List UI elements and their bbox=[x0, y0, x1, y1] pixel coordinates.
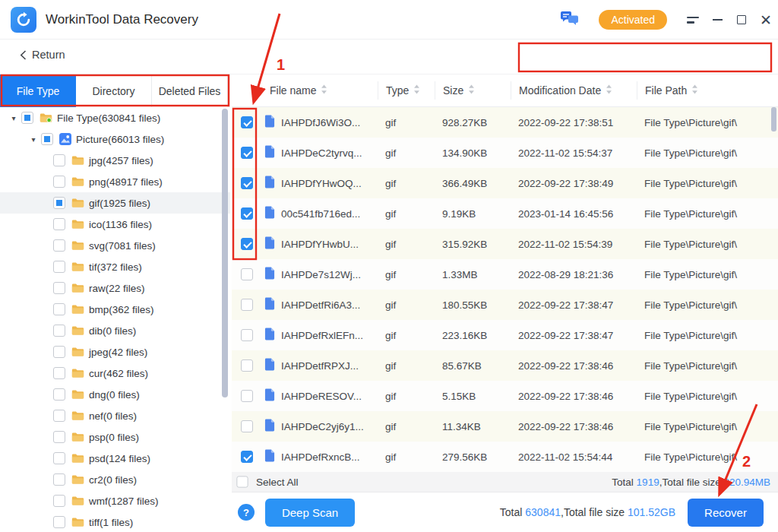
file-checkbox[interactable] bbox=[241, 299, 253, 311]
tree-item[interactable]: tiff(1 files) bbox=[0, 511, 230, 532]
file-checkbox[interactable] bbox=[241, 147, 253, 159]
tree-checkbox[interactable] bbox=[53, 239, 65, 252]
tree-item[interactable]: bmp(362 files) bbox=[0, 299, 230, 320]
tree-item[interactable]: wmf(1287 files) bbox=[0, 490, 230, 511]
tab-file-type[interactable]: File Type bbox=[0, 74, 76, 107]
table-row[interactable]: IAHPDeC2tyrvq...gif134.90KB2022-11-02 15… bbox=[232, 138, 778, 168]
file-checkbox[interactable] bbox=[241, 177, 253, 189]
folder-icon bbox=[71, 517, 84, 527]
table-row[interactable]: IAHPDe7s12Wj...gif1.33MB2022-08-29 18:21… bbox=[232, 259, 778, 290]
file-checkbox[interactable] bbox=[241, 207, 253, 220]
table-row[interactable]: IAHPDeC2yj6y1...gif11.34KB2022-09-22 17:… bbox=[232, 411, 778, 442]
tree-item[interactable]: cr2(0 files) bbox=[0, 469, 230, 490]
table-row[interactable]: IAHPDfYHwbU...gif315.92KB2022-11-02 15:5… bbox=[232, 229, 778, 259]
sort-icon[interactable] bbox=[321, 84, 327, 97]
file-checkbox[interactable] bbox=[241, 359, 253, 372]
table-row[interactable]: 00c541fb716ed...gif9.19KB2023-01-14 16:4… bbox=[232, 198, 778, 229]
file-checkbox[interactable] bbox=[241, 238, 253, 250]
app-title: WorkinTool Data Recovery bbox=[46, 12, 198, 27]
table-row[interactable]: IAHPDetfRi6A3...gif180.55KB2022-09-22 17… bbox=[232, 290, 778, 320]
tree-item[interactable]: psp(0 files) bbox=[0, 426, 230, 448]
tree-item[interactable]: ico(1136 files) bbox=[0, 214, 230, 235]
tree-checkbox[interactable] bbox=[53, 176, 65, 188]
file-checkbox[interactable] bbox=[241, 390, 253, 402]
table-row[interactable]: IAHPDeRESOV...gif5.15KB2022-09-22 17:38:… bbox=[232, 381, 778, 411]
tree-checkbox[interactable] bbox=[53, 282, 65, 294]
file-checkbox[interactable] bbox=[241, 116, 253, 128]
tree-checkbox[interactable] bbox=[53, 495, 65, 507]
tree-checkbox[interactable] bbox=[53, 346, 65, 358]
tree-item[interactable]: dib(0 files) bbox=[0, 320, 230, 341]
help-icon[interactable]: ? bbox=[238, 504, 255, 521]
return-button[interactable]: Return bbox=[20, 49, 65, 61]
tree-checkbox[interactable] bbox=[53, 473, 65, 486]
file-checkbox[interactable] bbox=[241, 268, 253, 280]
tree-checkbox[interactable] bbox=[53, 197, 65, 209]
table-row[interactable]: IAHPDefRxlEFn...gif223.16KB2022-09-22 17… bbox=[232, 320, 778, 350]
activated-badge[interactable]: Activated bbox=[599, 10, 667, 30]
tree-checkbox[interactable] bbox=[53, 388, 65, 401]
tree-item[interactable]: raw(22 files) bbox=[0, 277, 230, 299]
tree-item[interactable]: nef(0 files) bbox=[0, 405, 230, 426]
tree-checkbox[interactable] bbox=[53, 452, 65, 464]
file-icon bbox=[264, 115, 275, 130]
file-date: 2022-09-22 17:38:47 bbox=[511, 299, 637, 311]
recover-button[interactable]: Recover bbox=[688, 499, 764, 527]
menu-button[interactable] bbox=[681, 0, 705, 40]
tree-item[interactable]: jpeg(42 files) bbox=[0, 341, 230, 363]
maximize-button[interactable] bbox=[729, 0, 754, 40]
tree-item[interactable]: dng(0 files) bbox=[0, 384, 230, 405]
file-path: File Type\Picture\gif\ bbox=[637, 239, 778, 250]
tree-item[interactable]: png(48917 files) bbox=[0, 171, 230, 192]
grand-total-size: 101.52GB bbox=[628, 506, 675, 518]
column-header-size[interactable]: Size bbox=[435, 81, 511, 100]
table-scrollbar[interactable] bbox=[771, 107, 776, 131]
file-checkbox[interactable] bbox=[241, 329, 253, 341]
file-checkbox[interactable] bbox=[241, 451, 253, 463]
tab-directory[interactable]: Directory bbox=[76, 74, 152, 107]
sort-icon[interactable] bbox=[468, 84, 475, 97]
sidebar-scrollbar[interactable] bbox=[222, 109, 228, 397]
column-header-file-path[interactable]: File Path bbox=[637, 81, 778, 100]
folder-icon bbox=[71, 219, 84, 230]
table-row[interactable]: IAHPDetfRPXJ...gif85.67KB2022-09-22 17:3… bbox=[232, 350, 778, 381]
tree-item[interactable]: ▾File Type(630841 files) bbox=[0, 107, 230, 128]
tree-checkbox[interactable] bbox=[53, 261, 65, 273]
file-checkbox[interactable] bbox=[241, 420, 253, 432]
tree-item[interactable]: cur(462 files) bbox=[0, 363, 230, 384]
tab-deleted-files[interactable]: Deleted Files bbox=[152, 74, 228, 107]
table-row[interactable]: IAHPDefRxncB...gif279.56KB2022-11-02 15:… bbox=[232, 442, 778, 472]
tree-checkbox[interactable] bbox=[21, 112, 33, 124]
tree-item[interactable]: psd(124 files) bbox=[0, 448, 230, 469]
tree-item[interactable]: svg(7081 files) bbox=[0, 235, 230, 256]
tree-checkbox[interactable] bbox=[53, 516, 65, 528]
tree-checkbox[interactable] bbox=[53, 410, 65, 422]
tree-checkbox[interactable] bbox=[53, 431, 65, 443]
sort-icon[interactable] bbox=[691, 84, 698, 97]
minimize-button[interactable] bbox=[705, 0, 729, 40]
file-path: File Type\Picture\gif\ bbox=[637, 360, 778, 372]
tree-checkbox[interactable] bbox=[53, 218, 65, 230]
tree-item[interactable]: jpg(4257 files) bbox=[0, 150, 230, 171]
table-row[interactable]: IAHPDfYHwOQ...gif366.49KB2022-09-22 17:3… bbox=[232, 168, 778, 198]
column-header-type[interactable]: Type bbox=[378, 81, 435, 100]
select-all-checkbox[interactable] bbox=[236, 476, 248, 487]
tree-checkbox[interactable] bbox=[53, 303, 65, 315]
close-button[interactable]: ✕ bbox=[754, 0, 778, 40]
sort-icon[interactable] bbox=[413, 84, 420, 97]
column-header-file-name[interactable]: File name bbox=[262, 81, 378, 100]
tree-checkbox[interactable] bbox=[41, 133, 53, 145]
messages-icon[interactable] bbox=[561, 11, 579, 29]
tree-checkbox[interactable] bbox=[53, 154, 65, 166]
column-header-modification-date[interactable]: Modification Date bbox=[511, 81, 637, 100]
table-row[interactable]: IAHPDfJ6Wi3O...gif928.27KB2022-09-22 17:… bbox=[232, 107, 778, 138]
expand-arrow-icon[interactable]: ▾ bbox=[6, 114, 21, 122]
tree-item[interactable]: gif(1925 files) bbox=[0, 192, 230, 214]
tree-checkbox[interactable] bbox=[53, 367, 65, 379]
tree-item[interactable]: ▾Picture(66013 files) bbox=[0, 128, 230, 150]
tree-checkbox[interactable] bbox=[53, 325, 65, 337]
sort-icon[interactable] bbox=[606, 84, 612, 97]
deep-scan-button[interactable]: Deep Scan bbox=[265, 499, 355, 527]
expand-arrow-icon[interactable]: ▾ bbox=[26, 135, 41, 144]
tree-item[interactable]: tif(372 files) bbox=[0, 256, 230, 277]
